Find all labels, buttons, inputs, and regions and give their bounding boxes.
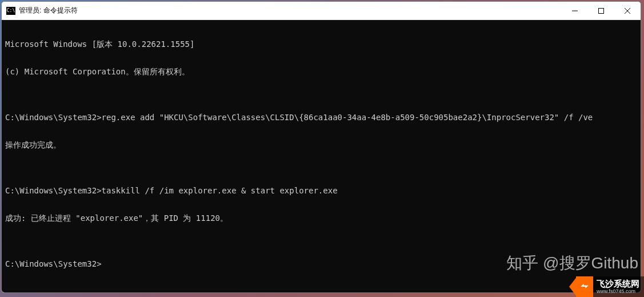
titlebar[interactable]: C:\ 管理员: 命令提示符: [2, 2, 641, 20]
minimize-button[interactable]: [562, 2, 588, 19]
terminal-line: 操作成功完成。: [5, 140, 637, 149]
terminal-line: C:\Windows\System32>reg.exe add "HKCU\So…: [5, 113, 637, 122]
window-title: 管理员: 命令提示符: [19, 6, 562, 15]
terminal-line: Microsoft Windows [版本 10.0.22621.1555]: [5, 39, 637, 49]
terminal-prompt: C:\Windows\System32>: [5, 259, 637, 268]
terminal-line: C:\Windows\System32>taskkill /f /im expl…: [5, 186, 637, 195]
maximize-button[interactable]: [588, 2, 614, 19]
terminal-output[interactable]: Microsoft Windows [版本 10.0.22621.1555] (…: [2, 20, 641, 292]
close-button[interactable]: [614, 2, 641, 19]
cmd-icon: C:\: [6, 7, 15, 15]
window-controls: [562, 2, 641, 19]
terminal-line: 成功: 已终止进程 "explorer.exe"，其 PID 为 11120。: [5, 213, 637, 223]
terminal-line: (c) Microsoft Corporation。保留所有权利。: [5, 67, 637, 76]
svg-rect-1: [599, 8, 604, 13]
cmd-window: C:\ 管理员: 命令提示符 Microsoft Windows [版本 10.…: [1, 1, 641, 293]
